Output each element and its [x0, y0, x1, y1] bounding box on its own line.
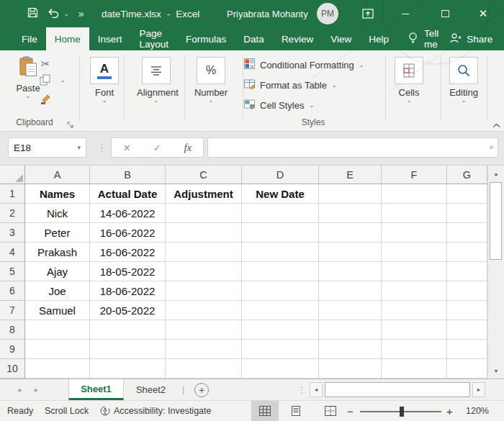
row-header-1[interactable]: 1 [0, 184, 25, 204]
cell-E10[interactable] [319, 359, 382, 379]
format-painter-icon[interactable] [40, 94, 51, 108]
cell-B4[interactable]: 16-06-2022 [90, 243, 166, 262]
avatar[interactable]: PM [317, 3, 338, 24]
normal-view-button[interactable] [251, 401, 279, 421]
cell-D2[interactable] [242, 204, 319, 223]
cell-A4[interactable]: Prakash [25, 243, 90, 262]
vertical-scrollbar-thumb[interactable] [490, 182, 502, 260]
undo-icon[interactable] [48, 7, 60, 21]
page-layout-view-button[interactable] [282, 401, 310, 421]
cell-C8[interactable] [166, 320, 242, 340]
cell-D7[interactable] [242, 301, 319, 320]
tab-file[interactable]: File [13, 27, 46, 50]
cell-B9[interactable] [90, 340, 166, 359]
cell-E4[interactable] [319, 243, 382, 262]
cell-G2[interactable] [447, 204, 487, 223]
cell-E3[interactable] [319, 223, 382, 243]
cell-F2[interactable] [382, 204, 447, 223]
column-header-C[interactable]: C [166, 166, 242, 184]
cell-F1[interactable] [382, 184, 447, 204]
cut-icon[interactable]: ✂ [41, 58, 50, 71]
column-header-A[interactable]: A [25, 166, 90, 184]
cell-A9[interactable] [25, 340, 90, 359]
cell-A5[interactable]: Ajay [25, 262, 90, 281]
zoom-in-button[interactable]: + [446, 401, 453, 421]
row-header-8[interactable]: 8 [0, 320, 25, 340]
name-box[interactable]: E18 ▾ [8, 137, 86, 158]
number-group-button[interactable]: % Number ⌄ [192, 57, 230, 103]
editing-group-button[interactable]: Editing ⌄ [443, 57, 485, 103]
clipboard-dialog-launcher-icon[interactable] [67, 118, 73, 131]
cell-A3[interactable]: Peter [25, 223, 90, 243]
column-header-D[interactable]: D [242, 166, 319, 184]
number-dropdown-icon[interactable]: ⌄ [192, 98, 230, 103]
tab-scroll-resize-handle[interactable]: ⋮ [297, 379, 306, 400]
cell-B7[interactable]: 20-05-2022 [90, 301, 166, 320]
cell-D8[interactable] [242, 320, 319, 340]
next-sheet-icon[interactable]: ► [33, 386, 40, 394]
row-header-4[interactable]: 4 [0, 243, 25, 262]
alignment-dropdown-icon[interactable]: ⌄ [137, 98, 176, 103]
horizontal-scrollbar-thumb[interactable] [325, 382, 470, 397]
cell-D9[interactable] [242, 340, 319, 359]
cell-F8[interactable] [382, 320, 447, 340]
cell-B2[interactable]: 14-06-2022 [90, 204, 166, 223]
cell-A7[interactable]: Samuel [25, 301, 90, 320]
tab-home[interactable]: Home [46, 27, 89, 50]
cell-G1[interactable] [447, 184, 487, 204]
tab-insert[interactable]: Insert [89, 27, 131, 50]
cell-D3[interactable] [242, 223, 319, 243]
cell-F4[interactable] [382, 243, 447, 262]
insert-function-icon[interactable]: fx [184, 142, 192, 154]
tab-page-layout[interactable]: Page Layout [131, 27, 178, 50]
tab-view[interactable]: View [322, 27, 360, 50]
cell-B8[interactable] [90, 320, 166, 340]
cell-C9[interactable] [166, 340, 242, 359]
cell-C1[interactable]: Adjustment [166, 184, 242, 204]
font-dropdown-icon[interactable]: ⌄ [86, 98, 123, 103]
save-icon[interactable] [27, 7, 38, 21]
cell-D10[interactable] [242, 359, 319, 379]
undo-dropdown-icon[interactable]: ⌄ [64, 11, 69, 17]
cell-A10[interactable] [25, 359, 90, 379]
new-sheet-button[interactable]: + [194, 383, 209, 397]
maximize-button[interactable] [435, 0, 455, 27]
cells-group-button[interactable]: Cells ⌄ [388, 57, 430, 103]
alignment-group-button[interactable]: Alignment ⌄ [137, 57, 176, 103]
tab-review[interactable]: Review [273, 27, 322, 50]
scroll-up-icon[interactable]: ▲ [488, 166, 504, 181]
copy-dropdown-icon[interactable]: ⌄ [60, 78, 66, 83]
tab-help[interactable]: Help [360, 27, 397, 50]
sheet-tab-sheet1[interactable]: Sheet1 [68, 379, 124, 400]
cell-B3[interactable]: 16-06-2022 [90, 223, 166, 243]
column-header-E[interactable]: E [319, 166, 382, 184]
more-commands-icon[interactable]: » [78, 8, 84, 19]
row-header-5[interactable]: 5 [0, 262, 25, 281]
tell-me-button[interactable]: Tell me [397, 27, 449, 50]
column-header-G[interactable]: G [447, 166, 487, 184]
cell-A2[interactable]: Nick [25, 204, 90, 223]
cell-styles-button[interactable]: Cell Styles ⌄ [244, 99, 314, 112]
column-header-B[interactable]: B [90, 166, 166, 184]
cell-C7[interactable] [166, 301, 242, 320]
format-as-table-button[interactable]: Format as Table ⌄ [244, 78, 337, 91]
row-header-2[interactable]: 2 [0, 204, 25, 223]
name-box-dropdown-icon[interactable]: ▾ [77, 144, 81, 151]
zoom-slider-thumb[interactable] [400, 407, 404, 417]
cell-E1[interactable] [319, 184, 382, 204]
cell-E9[interactable] [319, 340, 382, 359]
cell-E2[interactable] [319, 204, 382, 223]
cell-E5[interactable] [319, 262, 382, 281]
cell-C6[interactable] [166, 281, 242, 301]
cell-G6[interactable] [447, 281, 487, 301]
cell-F10[interactable] [382, 359, 447, 379]
cell-F3[interactable] [382, 223, 447, 243]
ribbon-display-options-button[interactable] [358, 0, 378, 27]
cell-F5[interactable] [382, 262, 447, 281]
cell-C10[interactable] [166, 359, 242, 379]
formula-input[interactable]: ˅ [207, 137, 498, 158]
copy-icon[interactable] [40, 74, 50, 89]
row-header-9[interactable]: 9 [0, 340, 25, 359]
cell-B1[interactable]: Actual Date [90, 184, 166, 204]
select-all-button[interactable] [0, 166, 25, 184]
